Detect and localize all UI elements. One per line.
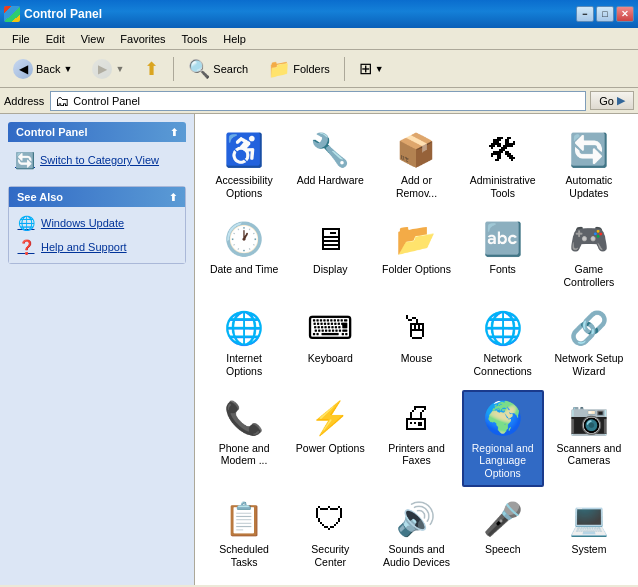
icon-item-admin-tools[interactable]: 🛠Administrative Tools bbox=[462, 122, 544, 207]
help-support-link[interactable]: ❓ Help and Support bbox=[13, 235, 181, 259]
back-button[interactable]: ◀ Back ▼ bbox=[4, 55, 81, 83]
help-support-icon: ❓ bbox=[17, 238, 35, 256]
xp-logo bbox=[4, 6, 20, 22]
menu-help[interactable]: Help bbox=[215, 31, 254, 47]
icon-item-user-accounts[interactable]: 👥User Accounts bbox=[289, 581, 371, 585]
windows-update-link[interactable]: 🌐 Windows Update bbox=[13, 211, 181, 235]
icon-item-regional-language[interactable]: 🌍Regional and Language Options bbox=[462, 390, 544, 488]
icon-item-sounds-audio[interactable]: 🔊Sounds and Audio Devices bbox=[375, 491, 457, 576]
control-panel-section: Control Panel ⬆ 🔄 Switch to Category Vie… bbox=[8, 122, 186, 178]
menu-tools[interactable]: Tools bbox=[174, 31, 216, 47]
control-panel-body: 🔄 Switch to Category View bbox=[8, 142, 186, 178]
icon-img-regional-language: 🌍 bbox=[483, 398, 523, 438]
icon-img-accessibility: ♿ bbox=[224, 130, 264, 170]
icon-label-printers-faxes: Printers and Faxes bbox=[381, 442, 451, 467]
icon-img-scanners-cameras: 📷 bbox=[569, 398, 609, 438]
icon-img-game-controllers: 🎮 bbox=[569, 219, 609, 259]
menu-bar: File Edit View Favorites Tools Help bbox=[0, 28, 638, 50]
icon-item-network-connections[interactable]: 🌐Network Connections bbox=[462, 300, 544, 385]
address-input[interactable]: 🗂 Control Panel bbox=[50, 91, 586, 111]
icon-label-regional-language: Regional and Language Options bbox=[468, 442, 538, 480]
icon-item-keyboard[interactable]: ⌨Keyboard bbox=[289, 300, 371, 385]
icon-item-system[interactable]: 💻System bbox=[548, 491, 630, 576]
minimize-button[interactable]: − bbox=[576, 6, 594, 22]
forward-dropdown-icon: ▼ bbox=[115, 64, 124, 74]
icon-label-power-options: Power Options bbox=[296, 442, 365, 455]
go-arrow-icon: ▶ bbox=[617, 94, 625, 107]
icon-img-security-center: 🛡 bbox=[310, 499, 350, 539]
icon-item-scanners-cameras[interactable]: 📷Scanners and Cameras bbox=[548, 390, 630, 488]
icon-item-add-hardware[interactable]: 🔧Add Hardware bbox=[289, 122, 371, 207]
icon-img-fonts: 🔤 bbox=[483, 219, 523, 259]
icon-item-accessibility[interactable]: ♿Accessibility Options bbox=[203, 122, 285, 207]
icon-item-date-time[interactable]: 🕐Date and Time bbox=[203, 211, 285, 296]
menu-edit[interactable]: Edit bbox=[38, 31, 73, 47]
icon-label-network-connections: Network Connections bbox=[468, 352, 538, 377]
window-icon bbox=[4, 6, 20, 22]
maximize-button[interactable]: □ bbox=[596, 6, 614, 22]
right-panel: ♿Accessibility Options🔧Add Hardware📦Add … bbox=[195, 114, 638, 585]
icon-item-internet-options[interactable]: 🌐Internet Options bbox=[203, 300, 285, 385]
icon-label-fonts: Fonts bbox=[490, 263, 516, 276]
icon-item-wireless-network[interactable]: 📶Wireless Network Set... bbox=[462, 581, 544, 585]
icon-label-auto-updates: Automatic Updates bbox=[554, 174, 624, 199]
go-button[interactable]: Go ▶ bbox=[590, 91, 634, 110]
icon-label-add-hardware: Add Hardware bbox=[297, 174, 364, 187]
icon-img-power-options: ⚡ bbox=[310, 398, 350, 438]
up-button[interactable]: ⬆ bbox=[135, 54, 168, 84]
icon-item-folder-options[interactable]: 📂Folder Options bbox=[375, 211, 457, 296]
icon-item-taskbar[interactable]: 📌Taskbar and Start Menu bbox=[203, 581, 285, 585]
icon-item-add-remove[interactable]: 📦Add or Remov... bbox=[375, 122, 457, 207]
see-also-collapse-icon[interactable]: ⬆ bbox=[169, 192, 177, 203]
view-dropdown-icon: ▼ bbox=[375, 64, 384, 74]
icon-item-game-controllers[interactable]: 🎮Game Controllers bbox=[548, 211, 630, 296]
address-bar: Address 🗂 Control Panel Go ▶ bbox=[0, 88, 638, 114]
icon-item-fonts[interactable]: 🔤Fonts bbox=[462, 211, 544, 296]
icon-item-speech[interactable]: 🎤Speech bbox=[462, 491, 544, 576]
icon-img-speech: 🎤 bbox=[483, 499, 523, 539]
icon-label-folder-options: Folder Options bbox=[382, 263, 451, 276]
icon-img-printers-faxes: 🖨 bbox=[396, 398, 436, 438]
icon-item-phone-modem[interactable]: 📞Phone and Modem ... bbox=[203, 390, 285, 488]
windows-update-label: Windows Update bbox=[41, 217, 124, 229]
folders-button[interactable]: 📁 Folders bbox=[259, 54, 339, 84]
menu-favorites[interactable]: Favorites bbox=[112, 31, 173, 47]
see-also-header: See Also ⬆ bbox=[9, 187, 185, 207]
icon-item-network-wizard[interactable]: 🔗Network Setup Wizard bbox=[548, 300, 630, 385]
icon-img-network-wizard: 🔗 bbox=[569, 308, 609, 348]
icon-label-mouse: Mouse bbox=[401, 352, 433, 365]
windows-update-icon: 🌐 bbox=[17, 214, 35, 232]
icon-item-printers-faxes[interactable]: 🖨Printers and Faxes bbox=[375, 390, 457, 488]
icon-item-scheduled-tasks[interactable]: 📋Scheduled Tasks bbox=[203, 491, 285, 576]
back-label: Back bbox=[36, 63, 60, 75]
switch-category-label: Switch to Category View bbox=[40, 154, 159, 166]
switch-category-link[interactable]: 🔄 Switch to Category View bbox=[12, 148, 182, 172]
icon-item-auto-updates[interactable]: 🔄Automatic Updates bbox=[548, 122, 630, 207]
go-label: Go bbox=[599, 95, 614, 107]
menu-view[interactable]: View bbox=[73, 31, 113, 47]
search-button[interactable]: 🔍 Search bbox=[179, 54, 257, 84]
forward-button[interactable]: ▶ ▼ bbox=[83, 55, 133, 83]
close-button[interactable]: ✕ bbox=[616, 6, 634, 22]
icon-img-network-connections: 🌐 bbox=[483, 308, 523, 348]
view-icon: ⊞ bbox=[359, 59, 372, 78]
icon-img-add-hardware: 🔧 bbox=[310, 130, 350, 170]
control-panel-title: Control Panel bbox=[16, 126, 88, 138]
menu-file[interactable]: File bbox=[4, 31, 38, 47]
icon-item-mouse[interactable]: 🖱Mouse bbox=[375, 300, 457, 385]
icon-item-display[interactable]: 🖥Display bbox=[289, 211, 371, 296]
icon-label-display: Display bbox=[313, 263, 347, 276]
icon-img-auto-updates: 🔄 bbox=[569, 130, 609, 170]
see-also-body: 🌐 Windows Update ❓ Help and Support bbox=[9, 207, 185, 263]
icon-img-system: 💻 bbox=[569, 499, 609, 539]
search-icon: 🔍 bbox=[188, 58, 210, 80]
view-button[interactable]: ⊞ ▼ bbox=[350, 55, 393, 82]
icon-item-security-center[interactable]: 🛡Security Center bbox=[289, 491, 371, 576]
icon-item-windows-firewall[interactable]: 🔥Windows Firewall bbox=[375, 581, 457, 585]
cp-collapse-icon[interactable]: ⬆ bbox=[170, 127, 178, 138]
see-also-title: See Also bbox=[17, 191, 63, 203]
icon-label-sounds-audio: Sounds and Audio Devices bbox=[381, 543, 451, 568]
icon-item-power-options[interactable]: ⚡Power Options bbox=[289, 390, 371, 488]
icon-label-accessibility: Accessibility Options bbox=[209, 174, 279, 199]
forward-icon: ▶ bbox=[92, 59, 112, 79]
